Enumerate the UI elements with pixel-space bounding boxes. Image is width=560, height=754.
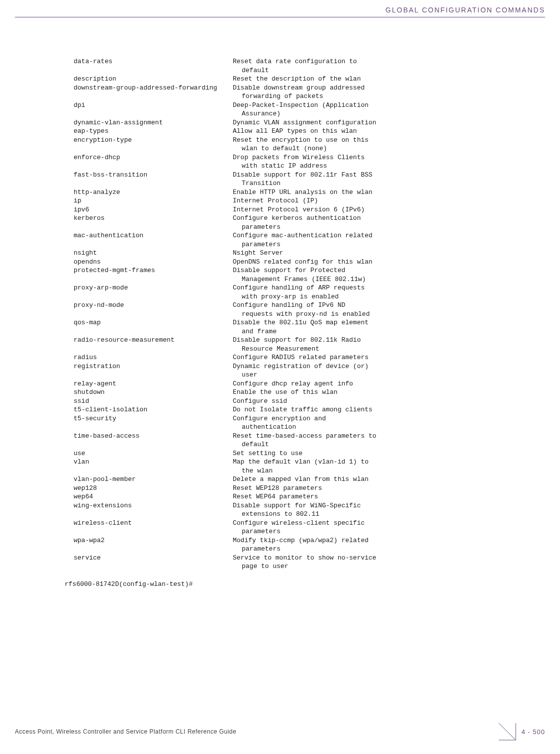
- cli-command-description: Reset WEP64 parameters: [233, 492, 525, 501]
- cli-command-name: registration: [65, 362, 233, 371]
- cli-command-name: vlan-pool-member: [65, 475, 233, 484]
- cli-command-description: OpenDNS related config for this wlan: [233, 258, 525, 267]
- cli-entry-row: encryption-typeReset the encryption to u…: [65, 136, 525, 145]
- cli-command-description-cont: forwarding of packets: [65, 92, 525, 101]
- cli-entry-row: enforce-dhcpDrop packets from Wireless C…: [65, 153, 525, 162]
- cli-command-name: use: [65, 449, 233, 458]
- cli-command-description: Internet Protocol version 6 (IPv6): [233, 205, 525, 214]
- cli-entry-row: eap-typesAllow all EAP types on this wla…: [65, 127, 525, 136]
- cli-entry-row: t5-client-isolationDo not Isolate traffi…: [65, 405, 525, 414]
- cli-command-description: Nsight Server: [233, 249, 525, 258]
- cli-command-description-cont: user: [65, 371, 525, 379]
- cli-command-description: Reset time-based-access parameters to: [233, 432, 525, 441]
- cli-command-name: wep64: [65, 492, 233, 501]
- cli-command-description: Disable support for 802.11k Radio: [233, 336, 525, 345]
- cli-command-description: Drop packets from Wireless Clients: [233, 153, 525, 162]
- cli-command-description: Configure RADIUS related parameters: [233, 353, 525, 362]
- cli-command-name: service: [65, 554, 233, 563]
- cli-command-description: Enable the use of this wlan: [233, 388, 525, 397]
- cli-command-description: Set setting to use: [233, 449, 525, 458]
- cli-command-description: Service to monitor to show no-service: [233, 554, 525, 563]
- cli-output-block: data-ratesReset data rate configuration …: [65, 57, 525, 588]
- cli-command-description: Disable support for WiNG-Specific: [233, 501, 525, 510]
- cli-command-description: Internet Protocol (IP): [233, 196, 525, 205]
- cli-command-name: ip: [65, 196, 233, 205]
- cli-command-description: Configure ssid: [233, 397, 525, 406]
- cli-entry-row: nsightNsight Server: [65, 249, 525, 258]
- cli-entry-row: mac-authenticationConfigure mac-authenti…: [65, 231, 525, 240]
- cli-command-description-cont: parameters: [65, 527, 525, 536]
- cli-entry-row: ipInternet Protocol (IP): [65, 196, 525, 205]
- cli-entry-row: vlan-pool-memberDelete a mapped vlan fro…: [65, 475, 525, 484]
- cli-command-name: proxy-arp-mode: [65, 283, 233, 292]
- cli-command-description-cont: parameters: [65, 545, 525, 554]
- cli-command-name: opendns: [65, 258, 233, 267]
- cli-command-description-cont: and frame: [65, 327, 525, 336]
- cli-entry-row: wep128Reset WEP128 parameters: [65, 484, 525, 493]
- cli-entry-row: relay-agentConfigure dhcp relay agent in…: [65, 379, 525, 388]
- cli-entry-row: useSet setting to use: [65, 449, 525, 458]
- cli-command-description: Dynamic registration of device (or): [233, 362, 525, 371]
- cli-command-name: downstream-group-addressed-forwarding: [65, 84, 233, 93]
- cli-command-description: Deep-Packet-Inspection (Application: [233, 101, 525, 110]
- cli-command-name: proxy-nd-mode: [65, 301, 233, 310]
- cli-command-name: time-based-access: [65, 432, 233, 441]
- cli-command-description: Configure dhcp relay agent info: [233, 379, 525, 388]
- footer-guide-title: Access Point, Wireless Controller and Se…: [15, 728, 236, 735]
- cli-command-description: Disable the 802.11u QoS map element: [233, 318, 525, 327]
- cli-command-name: dpi: [65, 101, 233, 110]
- cli-command-description: Reset data rate configuration to: [233, 57, 525, 66]
- cli-entry-row: radio-resource-measurementDisable suppor…: [65, 336, 525, 345]
- cli-command-name: encryption-type: [65, 136, 233, 145]
- cli-command-description: Configure kerberos authentication: [233, 214, 525, 223]
- cli-entry-row: descriptionReset the description of the …: [65, 75, 525, 84]
- cli-entry-row: registrationDynamic registration of devi…: [65, 362, 525, 371]
- cli-command-name: shutdown: [65, 388, 233, 397]
- cli-command-description-cont: with static IP address: [65, 162, 525, 171]
- cli-entry-row: proxy-arp-modeConfigure handling of ARP …: [65, 283, 525, 292]
- cli-command-description: Disable support for 802.11r Fast BSS: [233, 171, 525, 180]
- cli-command-name: kerberos: [65, 214, 233, 223]
- cli-command-description: Configure encryption and: [233, 414, 525, 423]
- header-title: GLOBAL CONFIGURATION COMMANDS: [385, 6, 545, 14]
- cli-entry-row: dpiDeep-Packet-Inspection (Application: [65, 101, 525, 110]
- cli-entry-row: shutdownEnable the use of this wlan: [65, 388, 525, 397]
- cli-command-description-cont: Assurance): [65, 109, 525, 118]
- cli-command-description: Configure handling of ARP requests: [233, 283, 525, 292]
- cli-command-description-cont: parameters: [65, 223, 525, 232]
- cli-entry-row: proxy-nd-modeConfigure handling of IPv6 …: [65, 301, 525, 310]
- cli-command-description: Enable HTTP URL analysis on the wlan: [233, 188, 525, 197]
- cli-command-description: Reset WEP128 parameters: [233, 484, 525, 493]
- cli-entry-row: vlanMap the default vlan (vlan-id 1) to: [65, 458, 525, 467]
- cli-command-name: wireless-client: [65, 519, 233, 528]
- cli-command-description: Disable downstream group addressed: [233, 84, 525, 93]
- cli-command-description: Map the default vlan (vlan-id 1) to: [233, 458, 525, 467]
- cli-command-description-cont: Management Frames (IEEE 802.11w): [65, 275, 525, 284]
- cli-command-description: Reset the description of the wlan: [233, 75, 525, 84]
- cli-command-name: vlan: [65, 458, 233, 467]
- cli-entry-row: time-based-accessReset time-based-access…: [65, 432, 525, 441]
- cli-entry-row: dynamic-vlan-assignmentDynamic VLAN assi…: [65, 118, 525, 127]
- cli-command-description: Dynamic VLAN assignment configuration: [233, 118, 525, 127]
- cli-entry-row: http-analyzeEnable HTTP URL analysis on …: [65, 188, 525, 197]
- cli-command-name: radius: [65, 353, 233, 362]
- cli-command-name: t5-client-isolation: [65, 405, 233, 414]
- cli-entry-row: wep64Reset WEP64 parameters: [65, 492, 525, 501]
- cli-command-name: wing-extensions: [65, 501, 233, 510]
- cli-command-description: Configure mac-authentication related: [233, 231, 525, 240]
- cli-command-description-cont: requests with proxy-nd is enabled: [65, 310, 525, 319]
- cli-command-description-cont: wlan to default (none): [65, 144, 525, 153]
- cli-entry-row: opendnsOpenDNS related config for this w…: [65, 258, 525, 267]
- cli-entry-row: wpa-wpa2Modify tkip-ccmp (wpa/wpa2) rela…: [65, 536, 525, 545]
- cli-command-name: relay-agent: [65, 379, 233, 388]
- cli-entry-row: ssidConfigure ssid: [65, 397, 525, 406]
- cli-command-name: fast-bss-transition: [65, 171, 233, 180]
- cli-entry-row: serviceService to monitor to show no-ser…: [65, 554, 525, 563]
- cli-entry-row: protected-mgmt-framesDisable support for…: [65, 266, 525, 275]
- cli-command-description: Delete a mapped vlan from this wlan: [233, 475, 525, 484]
- cli-command-description-cont: default: [65, 440, 525, 449]
- cli-command-name: radio-resource-measurement: [65, 336, 233, 345]
- cli-command-description-cont: Resource Measurement: [65, 345, 525, 354]
- cli-entry-row: data-ratesReset data rate configuration …: [65, 57, 525, 66]
- cli-entry-row: kerberosConfigure kerberos authenticatio…: [65, 214, 525, 223]
